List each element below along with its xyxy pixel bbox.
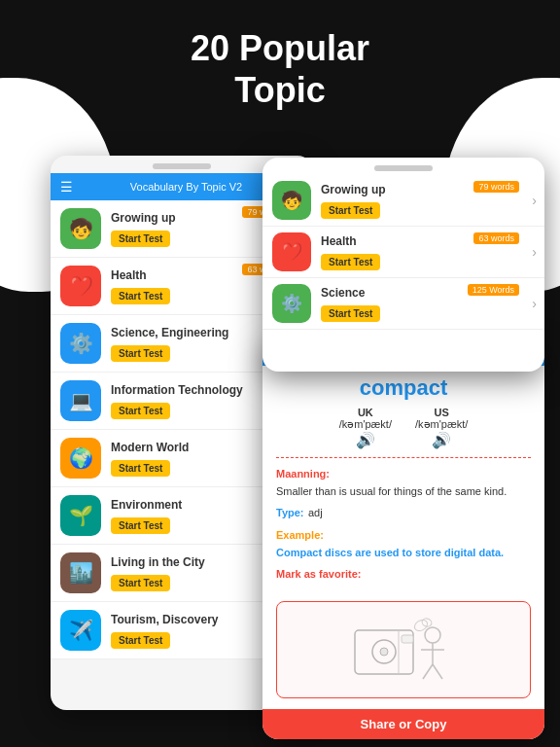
type-section: Type: adj: [276, 503, 531, 520]
chevron-icon: ›: [532, 244, 537, 260]
menu-icon[interactable]: ☰: [60, 179, 73, 195]
svg-line-8: [423, 664, 433, 679]
main-title: 20 Popular Topic: [0, 27, 560, 111]
example-highlight: Compact: [276, 547, 322, 558]
svg-rect-4: [402, 635, 413, 643]
svg-point-5: [425, 627, 440, 643]
topic-icon: 🏙️: [60, 552, 101, 593]
example-section: Example: Compact discs are used to store…: [276, 525, 531, 560]
favorite-section: Mark as favorite:: [276, 564, 531, 582]
wli-icon: ⚙️: [272, 284, 311, 323]
svg-point-2: [380, 648, 388, 656]
start-test-button[interactable]: Start Test: [321, 202, 380, 219]
favorite-label: Mark as favorite:: [276, 568, 361, 580]
start-test-button[interactable]: Start Test: [111, 517, 170, 534]
topic-icon: ✈️: [60, 610, 101, 651]
topic-icon: 🧒: [60, 208, 101, 249]
start-test-button[interactable]: Start Test: [111, 345, 170, 362]
topic-icon: ⚙️: [60, 323, 101, 364]
example-label: Example:: [276, 529, 324, 541]
start-test-button[interactable]: Start Test: [111, 575, 170, 591]
topic-icon: 💻: [60, 380, 101, 421]
uk-speaker-icon[interactable]: 🔊: [339, 431, 392, 449]
topic-icon: ❤️: [60, 266, 101, 306]
meaning-label: Maanning:: [276, 468, 330, 480]
us-pronunciation: US /kəm'pækt/ 🔊: [415, 407, 468, 449]
uk-label: UK: [339, 407, 392, 418]
meaning-text: Smaller than is usual for things of the …: [276, 485, 507, 497]
wli-icon: 🧒: [272, 181, 311, 220]
svg-line-9: [433, 664, 442, 679]
start-test-button[interactable]: Start Test: [111, 288, 170, 304]
chevron-icon: ›: [532, 296, 537, 311]
start-test-button[interactable]: Start Test: [111, 231, 170, 247]
word-list: 79 words🧒Growing upStart Test›63 words❤️…: [262, 175, 544, 330]
uk-pron-text: /kəm'pækt/: [339, 418, 392, 431]
words-badge: 125 Words: [468, 284, 519, 296]
illustration-svg: [345, 611, 462, 689]
divider: [276, 457, 531, 458]
uk-pronunciation: UK /kəm'pækt/ 🔊: [339, 407, 392, 449]
wli-icon: ❤️: [272, 232, 311, 271]
word-title: compact: [276, 375, 531, 401]
word-list-item[interactable]: 125 Words⚙️ScienceStart Test›: [262, 278, 544, 330]
words-badge: 79 words: [473, 181, 519, 193]
example-text: Compact discs are used to store digital …: [276, 547, 504, 558]
us-pron-text: /kəm'pækt/: [415, 418, 468, 431]
topic-icon: 🌍: [60, 438, 101, 479]
word-list-item[interactable]: 79 words🧒Growing upStart Test›: [262, 175, 544, 227]
meaning-section: Maanning: Smaller than is usual for thin…: [276, 464, 531, 499]
start-test-button[interactable]: Start Test: [321, 254, 380, 270]
chevron-icon: ›: [532, 193, 537, 208]
pronunciation-row: UK /kəm'pækt/ 🔊 US /kəm'pækt/ 🔊: [276, 407, 531, 449]
words-badge: 63 words: [473, 232, 519, 244]
us-speaker-icon[interactable]: 🔊: [415, 431, 468, 449]
start-test-button[interactable]: Start Test: [111, 403, 170, 419]
phone-notch-top: [374, 165, 433, 171]
start-test-button[interactable]: Start Test: [321, 305, 380, 322]
right-phone-detail: compact UK /kəm'pækt/ 🔊 US /kəm'pækt/ 🔊 …: [262, 340, 544, 739]
right-phone-top: 79 words🧒Growing upStart Test›63 words❤️…: [262, 158, 544, 372]
topic-icon: 🌱: [60, 495, 101, 536]
share-copy-bar[interactable]: Share or Copy: [262, 709, 544, 739]
us-label: US: [415, 407, 468, 418]
start-test-button[interactable]: Start Test: [111, 632, 170, 649]
app-title: Vocabulary By Topic V2: [81, 181, 292, 193]
example-rest: discs are used to store digital data.: [322, 547, 504, 558]
phone-notch: [153, 163, 211, 169]
type-label: Type:: [276, 507, 304, 518]
illustration-box: [276, 601, 531, 698]
word-list-item[interactable]: 63 words❤️HealthStart Test›: [262, 227, 544, 278]
start-test-button[interactable]: Start Test: [111, 460, 170, 477]
type-text: adj: [308, 507, 323, 518]
detail-content: compact UK /kəm'pækt/ 🔊 US /kəm'pækt/ 🔊 …: [262, 366, 544, 595]
